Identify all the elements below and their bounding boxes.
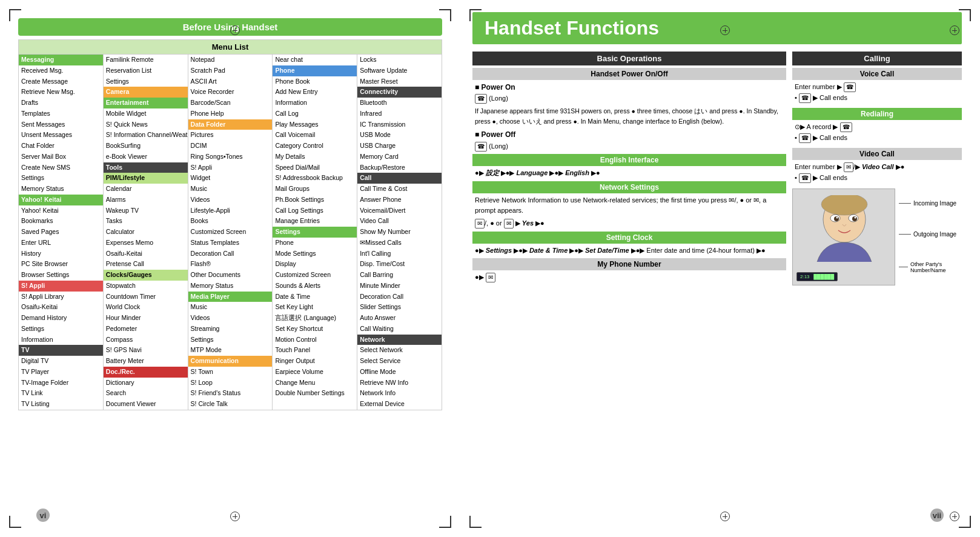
menu-item: Category Control — [273, 141, 357, 152]
menu-item: Widget — [188, 173, 273, 184]
voice-call-section: Voice Call Enter number ▶ ☎ • ☎ ▶ Call e… — [792, 68, 962, 103]
basic-ops-header: Basic Operations — [472, 52, 786, 65]
menu-item: Digital TV — [19, 356, 103, 367]
menu-item: Settings — [188, 335, 273, 345]
video-call-header: Video Call — [792, 148, 962, 160]
menu-item: Flash® — [188, 259, 273, 270]
clock-content: ●▶ Settings ▶●▶ Date & Time ▶●▶ Set Date… — [472, 245, 786, 256]
network-content: Retrieve Network Information to use Netw… — [472, 195, 786, 229]
corner-tr — [439, 9, 451, 21]
power-off-note: (Long) — [489, 142, 508, 150]
right-content: Basic Operations Handset Power On/Off ■ … — [472, 52, 962, 285]
menu-item: Call Barring — [357, 270, 442, 281]
menu-item: Wakeup TV — [104, 205, 188, 216]
menu-item: Settings — [273, 227, 357, 238]
menu-item: External Device — [357, 399, 442, 410]
menu-list: Menu List MessagingReceived Msg.Create M… — [18, 39, 442, 410]
menu-item: Compass — [104, 335, 188, 345]
redialing-header: Redialing — [792, 108, 962, 120]
menu-item: Yahoo! Keitai — [19, 205, 103, 216]
menu-item: Decoration Call — [357, 292, 442, 302]
power-onoff-header: Handset Power On/Off — [472, 68, 786, 80]
menu-item: Bluetooth — [357, 98, 442, 108]
menu-item: Alarms — [104, 195, 188, 205]
network-key: ✉/, ● or ✉ ▶ Yes ▶● — [475, 218, 784, 229]
menu-item: Touch Panel — [273, 345, 357, 356]
menu-item: Reservation List — [104, 65, 188, 76]
redialing-note: • ☎ ▶ Call ends — [795, 133, 959, 144]
page-num-left: vi — [36, 509, 50, 522]
yes-label: Yes — [522, 219, 534, 227]
menu-item: World Clock — [104, 302, 188, 313]
menu-item: Ph.Book Settings — [273, 195, 357, 205]
menu-item: Sounds & Alerts — [273, 281, 357, 292]
phone-screen-mock: 2:13 ██████ — [796, 272, 838, 281]
menu-item: Customized Screen — [273, 270, 357, 281]
menu-item: Decoration Call — [188, 248, 273, 259]
menu-item: Information — [273, 98, 357, 108]
menu-item: Call Waiting — [357, 324, 442, 335]
menu-item: S! Quick News — [104, 119, 188, 130]
menu-item: Voicemail/Divert — [357, 205, 442, 216]
menu-item: S! Circle Talk — [188, 399, 273, 410]
menu-item: MTP Mode — [188, 345, 273, 356]
network-header: Network Settings — [472, 181, 786, 193]
menu-item: Calculator — [104, 227, 188, 238]
menu-item: Barcode/Scan — [188, 98, 273, 108]
english-desc: ●▶ 設定 ▶●▶ Language ▶●▶ English ▶● — [475, 168, 784, 179]
voice-call-note: • ☎ ▶ Call ends — [795, 93, 959, 104]
redialing-desc: ⊙▶ A record ▶ ☎ — [795, 122, 959, 133]
menu-item: Stopwatch — [104, 281, 188, 292]
menu-item: Hour Minder — [104, 313, 188, 324]
menu-item: Bookmarks — [19, 216, 103, 227]
menu-item: Mobile Widget — [104, 108, 188, 119]
menu-item: IC Transmission — [357, 119, 442, 130]
menu-item: S! Information Channel/Weather — [104, 130, 188, 141]
end-key-1: ☎ — [799, 93, 811, 103]
corner-bl — [9, 516, 21, 528]
incoming-image-label: Incoming Image — [899, 200, 962, 207]
menu-item: e-Book Viewer — [104, 152, 188, 162]
other-party-label: Other Party's Number/Name — [899, 261, 962, 273]
menu-item: Media Player — [188, 292, 273, 302]
menu-item: Music — [188, 302, 273, 313]
menu-item: S! Friend's Status — [188, 388, 273, 399]
video-call-content: Enter number ▶ ✉/▶ Video Call ▶● • ☎ ▶ C… — [792, 162, 962, 183]
menu-item: Offline Mode — [357, 367, 442, 378]
page-num-right: vii — [930, 509, 944, 522]
network-desc: Retrieve Network Information to use Netw… — [475, 195, 784, 216]
call-key-2: ☎ — [840, 122, 852, 132]
menu-item: Earpiece Volume — [273, 367, 357, 378]
menu-item: Phone Book — [273, 76, 357, 87]
basic-operations-section: Basic Operations Handset Power On/Off ■ … — [472, 52, 786, 285]
menu-item: Templates — [19, 108, 103, 119]
page-right: Handset Functions Basic Operations Hands… — [460, 0, 980, 537]
menu-item: Call — [357, 173, 442, 184]
menu-item: Browser Settings — [19, 270, 103, 281]
power-on-content: ■ Power On ☎ (Long) If Japanese appears … — [472, 82, 786, 152]
call-key-1: ☎ — [844, 82, 856, 92]
menu-item: Manage Entries — [273, 216, 357, 227]
menu-item: TV-Image Folder — [19, 378, 103, 389]
video-call-section: Video Call Enter number ▶ ✉/▶ Video Call… — [792, 148, 962, 183]
menu-item: TV Player — [19, 367, 103, 378]
svg-point-6 — [836, 216, 838, 218]
menu-item: Entertainment — [104, 98, 188, 108]
power-off-label: ■ Power Off — [475, 129, 784, 141]
menu-item: DCIM — [188, 141, 273, 152]
menu-item: TV — [19, 345, 103, 356]
menu-item: Settings — [19, 173, 103, 184]
menu-item: S! GPS Navi — [104, 345, 188, 356]
english-label: English — [565, 169, 589, 176]
calling-section: Calling Voice Call Enter number ▶ ☎ • ☎ … — [792, 52, 962, 285]
menu-item: Communication — [188, 356, 273, 367]
power-off-key: ☎ — [475, 142, 487, 152]
corner-tl-right — [469, 9, 482, 21]
power-off-key-line: ☎ (Long) — [475, 141, 784, 152]
menu-item: History — [19, 248, 103, 259]
menu-item: Minute Minder — [357, 281, 442, 292]
menu-item: Memory Status — [188, 281, 273, 292]
menu-item: Music — [188, 184, 273, 195]
y-key: ✉ — [504, 219, 514, 228]
menu-item: Unsent Messages — [19, 130, 103, 141]
